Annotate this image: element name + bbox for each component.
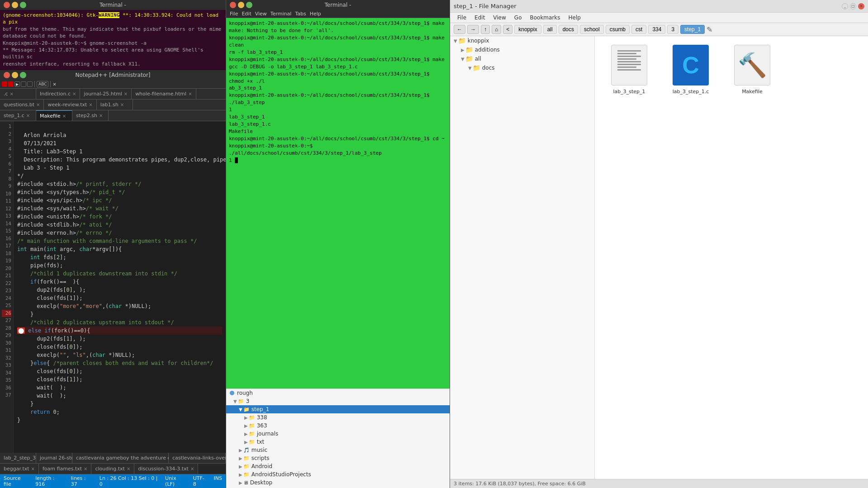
notepad-max-btn[interactable] [20, 72, 26, 78]
tab-close[interactable]: × [120, 102, 124, 107]
tab-discussion[interactable]: discussion-334-3.txt × [134, 464, 198, 474]
tab-close[interactable]: × [10, 91, 14, 96]
fm-edit-path-btn[interactable]: ✎ [707, 25, 712, 34]
tab-close[interactable]: × [89, 102, 92, 107]
skip-btn[interactable] [21, 81, 26, 87]
fm-tree-item-txt[interactable]: ▶ 📁 txt [226, 438, 450, 446]
tab-close[interactable]: × [84, 466, 87, 471]
fm-menu-go[interactable]: Go [511, 14, 526, 22]
tab-close[interactable]: × [124, 91, 128, 96]
fm-file-lab3step1[interactable]: lab_3_step_1 [602, 43, 656, 95]
fm-tree-item-scripts[interactable]: ▶ 📁 scripts [226, 454, 450, 462]
fm-nav-prev[interactable]: < [503, 25, 512, 34]
tab-close[interactable]: × [188, 91, 192, 96]
fm-menu-edit[interactable]: Edit [471, 14, 489, 22]
mid-menu-file[interactable]: File [230, 11, 238, 17]
fm-menu-bookmarks[interactable]: Bookmarks [526, 14, 564, 22]
tab-close[interactable]: × [26, 113, 30, 118]
loop-btn[interactable] [27, 81, 33, 87]
fm-sidebar-knoppix[interactable]: ▼ 📁 knoppix [450, 36, 594, 45]
tab-clouding[interactable]: clouding.txt × [91, 464, 134, 474]
tab-lab2[interactable]: lab_2_step_3 × [0, 453, 36, 463]
abc-btn[interactable]: ABC [37, 81, 48, 87]
fm-tree-item-363[interactable]: ▶ 📁 363 [226, 422, 450, 430]
tab-castlevania[interactable]: castlevania gameboy the adventure comple… [72, 453, 169, 463]
fm-up-btn[interactable]: ↑ [481, 25, 490, 34]
tab-close[interactable]: × [62, 114, 66, 118]
separator [34, 81, 35, 87]
tab-links[interactable]: castlevania-links-overlap-with × [169, 453, 226, 463]
fm-close-btn[interactable]: × [858, 3, 864, 9]
tab-week[interactable]: week-review.txt × [44, 99, 96, 110]
tab-whole[interactable]: whole-filename.html × [132, 89, 196, 99]
fm-sidebar-all[interactable]: ▼ 📁 all [450, 54, 594, 63]
terminal-min-btn[interactable] [12, 2, 18, 8]
fm-file-lab3step1c[interactable]: C lab_3_step_1.c [664, 43, 718, 95]
fm-path-3[interactable]: 3 [667, 25, 678, 34]
fm-path-cst[interactable]: cst [631, 25, 646, 34]
play-btn[interactable]: ▶ [14, 81, 20, 87]
fm-max-btn[interactable]: □ [850, 3, 856, 9]
close-npp-btn[interactable]: ✕ [52, 82, 56, 87]
tab-indirection[interactable]: Indirection.c × [36, 89, 80, 99]
mid-menu-search[interactable]: Terminal [270, 11, 292, 17]
tab-questions[interactable]: questions.bt × [0, 99, 44, 110]
fm-back-btn[interactable]: ← [454, 25, 465, 34]
mid-menu-edit[interactable]: Edit [242, 11, 251, 17]
fm-tree-item-desktop[interactable]: ▶ 🖥 Desktop [226, 479, 450, 487]
fm-tree-item-android[interactable]: ▶ 📁 Android [226, 462, 450, 470]
fm-home-btn[interactable]: ⌂ [492, 25, 501, 34]
mid-menu-tabs[interactable]: Tabs [295, 11, 306, 17]
fm-menu-view[interactable]: View [489, 14, 509, 22]
fm-path-all[interactable]: all [543, 25, 557, 34]
fm-forward-btn[interactable]: → [467, 25, 479, 34]
terminal-output[interactable]: knoppix@mint-20-asustek-0:~/all/docs/sch… [226, 18, 450, 389]
fm-path-334[interactable]: 334 [648, 25, 665, 34]
tab-foam[interactable]: foam flames.txt × [39, 464, 91, 474]
tab-c[interactable]: .c × [0, 89, 36, 99]
terminal-close-btn[interactable] [4, 2, 10, 8]
mid-close-btn[interactable] [230, 2, 236, 8]
record-btn[interactable] [2, 81, 7, 87]
fm-tree-item-step1[interactable]: ▼ 📁 step_1 [226, 405, 450, 413]
code-content[interactable]: Arlon Arriola 07/13/2021 Title: Lab3–Ste… [14, 121, 226, 453]
terminal-max-btn[interactable] [20, 2, 26, 8]
code-editor[interactable]: 12345 678910 1112131415 1617181920 21222… [0, 121, 226, 453]
notepad-close-btn[interactable] [4, 72, 10, 78]
tab-close[interactable]: × [127, 466, 130, 471]
tab-close[interactable]: × [190, 466, 194, 471]
mid-min-btn[interactable] [238, 2, 244, 8]
fm-tree-item-music[interactable]: ▶ 🎵 music [226, 446, 450, 454]
fm-tree-item-338[interactable]: ▶ 📁 338 [226, 413, 450, 422]
tab-close[interactable]: × [31, 466, 35, 471]
fm-sidebar-docs[interactable]: ▼ 📁 docs [450, 63, 594, 72]
tab-close[interactable]: × [72, 91, 76, 96]
mid-menu-help[interactable]: Help [310, 11, 321, 17]
fm-path-csumb[interactable]: csumb [606, 25, 630, 34]
fm-tree-item-androidstudio[interactable]: ▶ 📁 AndroidStudioProjects [226, 470, 450, 479]
tab-step2sh[interactable]: step2.sh × [72, 110, 109, 121]
tab-beggar[interactable]: beggar.txt × [0, 464, 39, 474]
tab-makefile[interactable]: Makefile × [36, 110, 72, 121]
notepad-min-btn[interactable] [12, 72, 18, 78]
mid-menu-view[interactable]: View [255, 11, 267, 17]
fm-menu-help[interactable]: Help [565, 14, 584, 22]
tab-close[interactable]: × [36, 102, 40, 107]
fm-tree-item-journals[interactable]: ▶ 📁 journals [226, 430, 450, 438]
tab-lab1[interactable]: lab1.sh × [97, 99, 133, 110]
tab-step1c[interactable]: step_1.c × [0, 110, 36, 121]
fm-tree-item-3[interactable]: ▼ 📁 3 [226, 397, 450, 405]
fm-file-makefile[interactable]: 🔨 Makefile [725, 43, 779, 95]
fm-menu-file[interactable]: File [454, 14, 470, 22]
tab-journal26[interactable]: journal 26-std × [36, 453, 72, 463]
mid-max-btn[interactable] [246, 2, 252, 8]
fm-path-school[interactable]: school [580, 25, 604, 34]
fm-path-step1[interactable]: step_1 [680, 25, 705, 34]
tab-close[interactable]: × [99, 113, 103, 118]
fm-path-docs[interactable]: docs [559, 25, 578, 34]
fm-sidebar-additions[interactable]: ▶ 📁 additions [450, 45, 594, 54]
stop-btn[interactable] [8, 81, 14, 87]
fm-min-btn[interactable]: _ [842, 3, 848, 9]
fm-path-knoppix[interactable]: knoppix [514, 25, 541, 34]
tab-journal[interactable]: journal-25.html × [80, 89, 132, 99]
